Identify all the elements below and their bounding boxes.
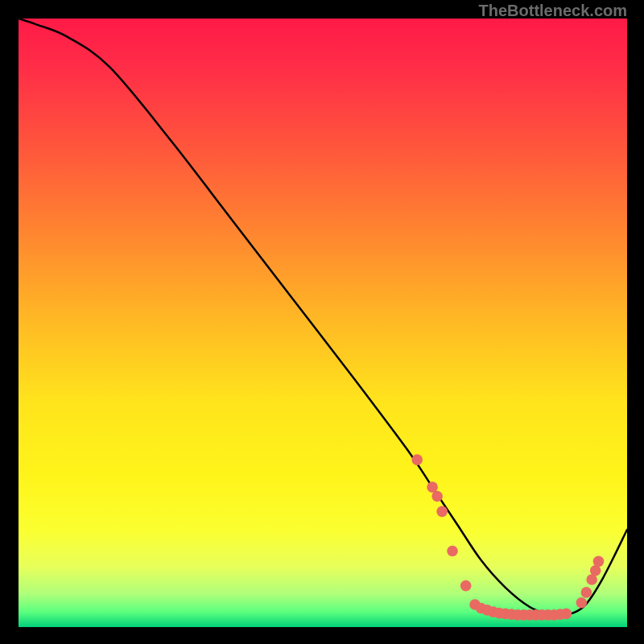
chart-frame: TheBottleneck.com — [0, 0, 644, 644]
marker-dot — [411, 454, 423, 465]
chart-svg — [19, 19, 627, 627]
attribution-text: TheBottleneck.com — [479, 2, 627, 20]
gradient-background — [19, 19, 627, 627]
marker-dot — [576, 597, 588, 609]
chart-plot-area — [19, 19, 627, 627]
marker-dot — [447, 546, 458, 557]
marker-dot — [436, 506, 448, 518]
marker-dot — [581, 587, 592, 598]
marker-dot — [593, 556, 605, 568]
marker-dot — [431, 491, 443, 502]
marker-dot — [561, 609, 572, 620]
marker-dot — [460, 580, 472, 592]
